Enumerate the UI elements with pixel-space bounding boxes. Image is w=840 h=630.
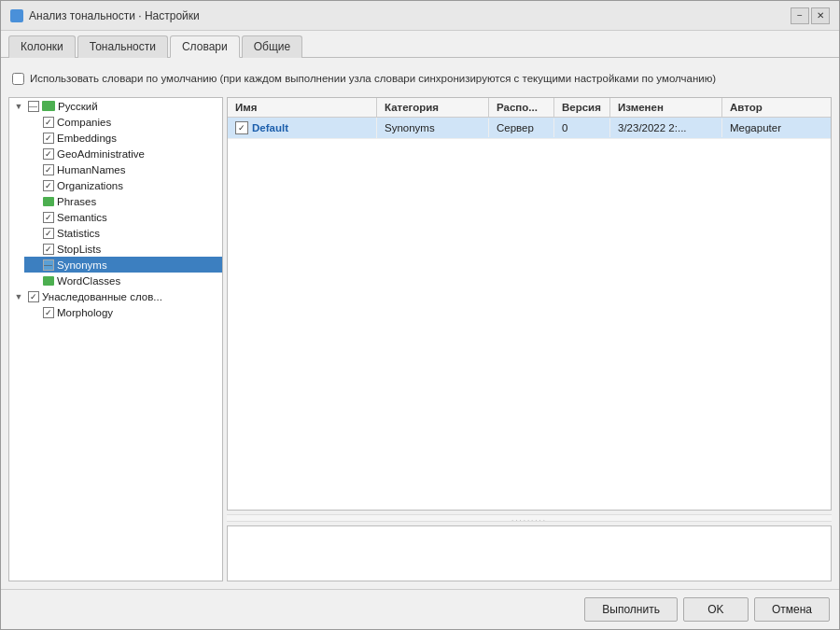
use-defaults-row: Использовать словари по умолчанию (при к… [8,65,832,91]
tree-label-inherited: Унаследованные слов... [42,291,162,302]
folder-icon-russian [42,101,55,111]
tree-label-phrases: Phrases [57,196,96,207]
tree-label-wordclasses: WordClasses [57,275,120,287]
row-name-text: Default [252,122,288,133]
tree-item-phrases[interactable]: Phrases [24,193,222,209]
detail-panel [227,525,832,581]
tree-item-statistics[interactable]: Statistics [24,225,222,241]
td-author: Megaputer [722,119,831,137]
title-controls: − ✕ [791,7,830,24]
app-icon [10,9,23,22]
cancel-button[interactable]: Отмена [754,597,830,622]
cb-morphology [43,307,54,318]
th-modified[interactable]: Изменен [610,98,722,117]
cb-humannames [43,164,54,175]
cb-synonyms [43,259,54,271]
close-button[interactable]: ✕ [811,7,830,24]
expander-russian [13,101,24,112]
td-name: Default [228,118,377,138]
main-panels: Русский Companies [8,97,832,581]
tree-label-organizations: Organizations [57,180,123,191]
tab-general[interactable]: Общие [242,35,302,58]
cb-geoadmin [43,148,54,160]
cb-semantics [43,212,54,223]
tree-label-statistics: Statistics [57,228,100,239]
cb-organizations [43,180,54,191]
tree-item-embeddings[interactable]: Embeddings [24,130,222,146]
tree-group-inherited: Унаследованные слов... Morphology [9,288,222,320]
td-version: 0 [554,119,610,137]
footer: Выполнить OK Отмена [1,589,839,629]
title-bar: Анализ тональности · Настройки − ✕ [1,1,839,31]
left-tree-panel: Русский Companies [8,97,223,581]
tree-item-semantics[interactable]: Semantics [24,209,222,225]
tree-group-russian: Русский Companies [9,98,222,288]
th-name[interactable]: Имя [228,98,377,117]
tab-tonalities[interactable]: Тональности [77,35,168,58]
tree-item-synonyms[interactable]: Synonyms [24,257,222,273]
tab-columns[interactable]: Колонки [8,35,76,58]
tree-label-russian: Русский [58,101,98,112]
th-author[interactable]: Автор [722,98,831,117]
cb-inherited [28,291,39,302]
title-bar-left: Анализ тональности · Настройки [10,9,200,22]
td-modified: 3/23/2022 2:... [610,119,722,137]
content-area: Использовать словари по умолчанию (при к… [1,58,839,589]
tree-item-stoplists[interactable]: StopLists [24,241,222,257]
th-location[interactable]: Распо... [489,98,554,117]
tree-label-semantics: Semantics [57,212,107,223]
th-category[interactable]: Категория [377,98,489,117]
cb-russian [27,100,39,112]
tree-children-inherited: Morphology [9,304,222,320]
folder-wordclasses [43,276,54,286]
panel-splitter[interactable]: ......... [227,514,832,522]
table-area: Имя Категория Распо... Версия Изменен Ав… [227,97,832,511]
table-body: Default Synonyms Сервер 0 3/23/2022 2:..… [228,118,831,510]
tree-item-geoadmin[interactable]: GeoAdministrative [24,146,222,161]
cb-statistics [43,228,54,239]
tree-item-russian[interactable]: Русский [9,98,222,114]
tree-item-organizations[interactable]: Organizations [24,177,222,193]
row-checkbox[interactable] [235,121,248,134]
folder-phrases [43,197,54,206]
tree-item-inherited[interactable]: Унаследованные слов... [9,288,222,304]
tab-bar: Колонки Тональности Словари Общие [1,31,839,58]
td-category: Synonyms [377,119,489,137]
expander-inherited [13,291,24,302]
window-title: Анализ тональности · Настройки [29,9,200,22]
cb-stoplists [43,244,54,255]
tree-item-humannames[interactable]: HumanNames [24,161,222,177]
tree-label-geoadmin: GeoAdministrative [57,148,145,160]
main-window: Анализ тональности · Настройки − ✕ Колон… [0,0,840,630]
cb-russian-box [28,101,39,112]
tree-item-companies[interactable]: Companies [24,114,222,130]
tree-label-stoplists: StopLists [57,244,101,255]
table-row[interactable]: Default Synonyms Сервер 0 3/23/2022 2:..… [228,118,831,139]
th-version[interactable]: Версия [554,98,610,117]
cb-embeddings [43,133,54,144]
table-header: Имя Категория Распо... Версия Изменен Ав… [228,98,831,118]
use-defaults-label: Использовать словари по умолчанию (при к… [30,71,716,86]
tree-label-embeddings: Embeddings [57,133,117,144]
cb-companies [43,117,54,128]
tree-item-morphology[interactable]: Morphology [24,304,222,320]
ok-button[interactable]: OK [683,597,749,622]
tree-children-russian: Companies Embeddings [9,114,222,288]
use-defaults-checkbox[interactable] [12,73,24,85]
tree-label-companies: Companies [57,117,111,128]
tab-dictionaries[interactable]: Словари [170,35,240,58]
execute-button[interactable]: Выполнить [584,597,678,622]
tree-label-synonyms: Synonyms [57,259,107,271]
td-location: Сервер [489,119,554,137]
tree-label-morphology: Morphology [57,307,113,318]
tree-label-humannames: HumanNames [57,164,126,175]
minimize-button[interactable]: − [791,7,809,24]
tree-item-wordclasses[interactable]: WordClasses [24,273,222,288]
right-panel: Имя Категория Распо... Версия Изменен Ав… [227,97,832,581]
